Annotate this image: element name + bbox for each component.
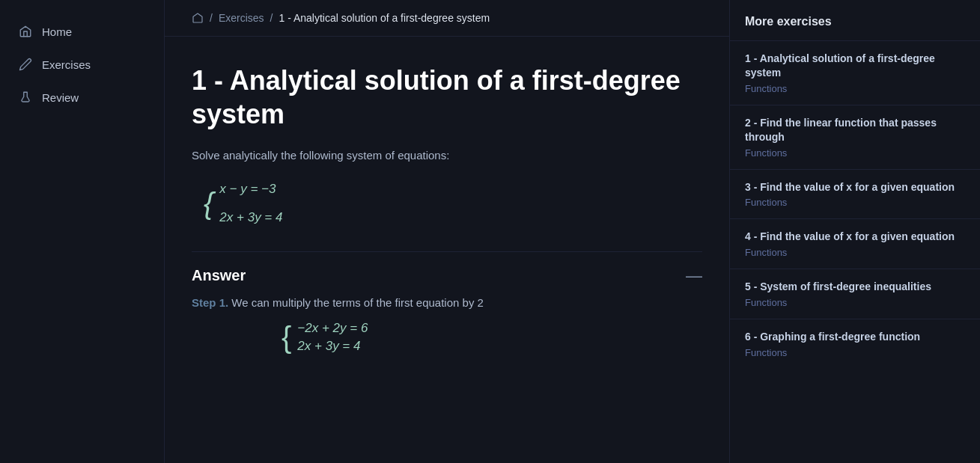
exercise-item-4-category: Functions	[745, 247, 965, 258]
sidebar-item-label-home: Home	[42, 25, 72, 38]
exercise-description: Solve analytically the following system …	[192, 149, 702, 162]
solution-equations-col: −2x + 2y = 6 2x + 3y = 4	[297, 321, 368, 354]
sol-eq-line-2: 2x + 3y = 4	[297, 339, 368, 354]
main-area: / Exercises / 1 - Analytical solution of…	[165, 0, 729, 463]
right-panel: More exercises 1 - Analytical solution o…	[729, 0, 980, 463]
equations-col: x − y = −3 2x + 3y = 4	[219, 177, 282, 230]
breadcrumb-exercises-link[interactable]: Exercises	[219, 12, 264, 24]
answer-toggle-button[interactable]: —	[686, 268, 702, 284]
exercise-item-4[interactable]: 4 - Find the value of x for a given equa…	[730, 218, 980, 269]
step-1-label: Step 1.	[192, 296, 228, 309]
pencil-icon	[18, 57, 33, 72]
exercise-item-5-category: Functions	[745, 297, 965, 308]
sidebar-item-review[interactable]: Review	[0, 81, 164, 114]
home-icon	[18, 24, 33, 39]
breadcrumb-home[interactable]	[192, 12, 204, 24]
exercise-item-1-category: Functions	[745, 83, 965, 94]
eq-line-2: 2x + 3y = 4	[219, 205, 282, 230]
flask-icon	[18, 90, 33, 105]
solution-equations-block: { −2x + 2y = 6 2x + 3y = 4	[281, 321, 702, 354]
answer-header: Answer —	[192, 267, 702, 284]
step-1-content: We can multiply the terms of the first e…	[228, 296, 484, 309]
exercise-item-5[interactable]: 5 - System of first-degree inequalities …	[730, 269, 980, 319]
exercise-item-1[interactable]: 1 - Analytical solution of a first-degre…	[730, 40, 980, 105]
content-area: 1 - Analytical solution of a first-degre…	[165, 37, 729, 463]
sidebar-item-home[interactable]: Home	[0, 15, 164, 48]
step-1-text: Step 1. We can multiply the terms of the…	[192, 296, 702, 309]
exercise-item-3-title: 3 - Find the value of x for a given equa…	[745, 180, 965, 194]
exercise-item-3[interactable]: 3 - Find the value of x for a given equa…	[730, 169, 980, 219]
sidebar-item-label-exercises: Exercises	[42, 58, 91, 71]
sol-eq-line-1: −2x + 2y = 6	[297, 321, 368, 336]
solution-brace: {	[281, 322, 291, 352]
exercise-item-3-category: Functions	[745, 197, 965, 208]
exercise-item-6-title: 6 - Graphing a first-degree function	[745, 330, 965, 344]
exercise-item-1-title: 1 - Analytical solution of a first-degre…	[745, 52, 965, 80]
breadcrumb-sep-2: /	[270, 12, 273, 24]
exercise-item-2-category: Functions	[745, 147, 965, 159]
exercise-item-6-category: Functions	[745, 347, 965, 358]
exercise-title: 1 - Analytical solution of a first-degre…	[192, 64, 702, 131]
breadcrumb-sep-1: /	[210, 12, 213, 24]
answer-title: Answer	[192, 267, 246, 284]
breadcrumb: / Exercises / 1 - Analytical solution of…	[165, 0, 729, 37]
exercise-item-4-title: 4 - Find the value of x for a given equa…	[745, 230, 965, 244]
exercise-item-5-title: 5 - System of first-degree inequalities	[745, 280, 965, 294]
exercise-item-6[interactable]: 6 - Graphing a first-degree function Fun…	[730, 319, 980, 369]
brace-symbol: {	[204, 188, 213, 218]
answer-section: Answer — Step 1. We can multiply the ter…	[192, 251, 702, 354]
exercise-item-2-title: 2 - Find the linear function that passes…	[745, 116, 965, 144]
sidebar-item-exercises[interactable]: Exercises	[0, 48, 164, 81]
more-exercises-title: More exercises	[730, 15, 980, 40]
eq-line-1: x − y = −3	[219, 177, 282, 202]
sidebar-item-label-review: Review	[42, 91, 79, 104]
equation-block: { x − y = −3 2x + 3y = 4	[204, 177, 702, 230]
sidebar: Home Exercises Review	[0, 0, 165, 463]
exercise-item-2[interactable]: 2 - Find the linear function that passes…	[730, 105, 980, 169]
breadcrumb-current-page: 1 - Analytical solution of a first-degre…	[279, 12, 490, 24]
